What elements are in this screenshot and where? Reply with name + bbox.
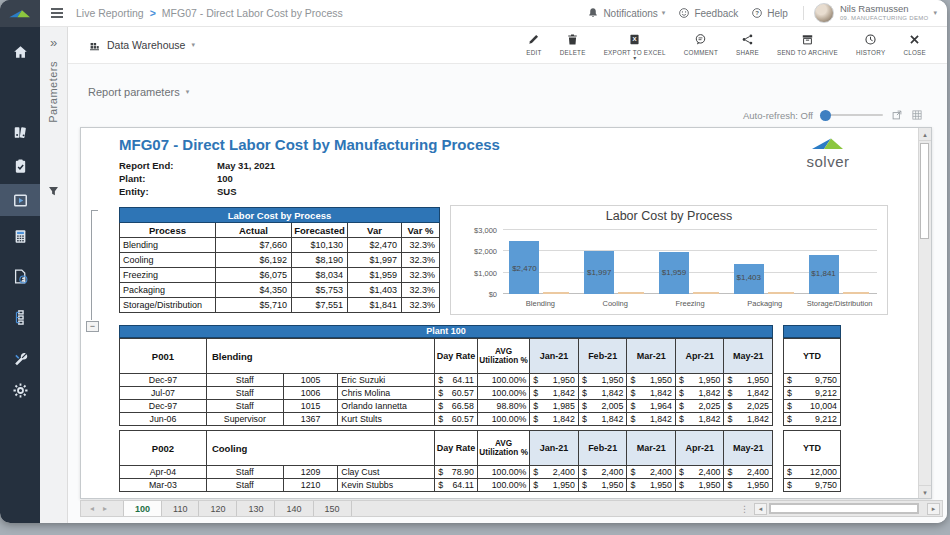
popout-icon[interactable] — [891, 109, 903, 121]
hscroll-left-button[interactable]: ◂ — [754, 503, 767, 515]
horizontal-scrollbar[interactable] — [769, 503, 919, 514]
sidebar-item-tasks[interactable] — [0, 150, 40, 182]
history-button[interactable]: HISTORY — [847, 29, 895, 62]
close-button[interactable]: CLOSE — [894, 29, 935, 62]
sidebar-item-workflow[interactable] — [0, 301, 40, 333]
sidebar-item-budgeting[interactable] — [0, 220, 40, 252]
sidebar-item-archives[interactable] — [0, 116, 40, 148]
tabs-next-button[interactable]: ▸ — [103, 504, 107, 513]
help-button[interactable]: ? Help — [751, 7, 788, 19]
share-icon — [741, 33, 754, 46]
employee-row: Jun-06Supervisor1367Kurt Stults$60.57100… — [120, 413, 773, 426]
sidebar-item-assignments[interactable] — [0, 260, 40, 292]
summary-header-row: ProcessActualForecastedVarVar % — [120, 223, 440, 238]
y-axis-tick-label: $2,000 — [455, 247, 497, 256]
export-to-excel-button[interactable]: XEXPORT TO EXCEL▾ — [595, 29, 675, 62]
month-value: $1,950 — [627, 374, 676, 387]
day-rate: $78.90 — [435, 466, 477, 479]
share-button[interactable]: SHARE — [727, 29, 768, 62]
toggle-knob[interactable] — [820, 110, 831, 121]
collapse-outline-button[interactable]: − — [86, 321, 99, 332]
report-parameters-toggle[interactable]: Report parameters ▾ — [88, 86, 189, 98]
plant-detail-table: Plant 100P001BlendingDay RateAVG Utiliza… — [119, 325, 773, 492]
breadcrumb-section[interactable]: Live Reporting — [76, 7, 144, 19]
send-to-archive-button[interactable]: SEND TO ARCHIVE — [768, 29, 847, 62]
sheet-tab-120[interactable]: 120 — [199, 501, 237, 516]
report-canvas: − MFG07 - Direct Labor Cost by Manufactu… — [80, 127, 932, 499]
meta-value: 100 — [217, 173, 233, 184]
edit-button[interactable]: EDIT — [517, 29, 550, 62]
summary-table-title: Labor Cost by Process — [120, 208, 440, 223]
history-label: HISTORY — [856, 49, 886, 56]
scrollbar-thumb[interactable] — [770, 504, 918, 513]
currency-cell: $2,400 — [724, 467, 772, 477]
app-logo[interactable] — [0, 0, 40, 27]
currency-symbol: $ — [787, 401, 792, 411]
close-icon — [908, 33, 921, 46]
svg-text:?: ? — [755, 10, 759, 16]
currency-cell: $2,400 — [627, 467, 675, 477]
user-name: Nils Rasmussen — [840, 4, 929, 15]
cell: 32.3% — [402, 238, 440, 253]
feedback-label: Feedback — [694, 8, 738, 19]
sheet-tab-140[interactable]: 140 — [275, 501, 313, 516]
currency-symbol: $ — [727, 467, 732, 477]
month-value: $1,950 — [675, 479, 724, 492]
sheet-tab-110[interactable]: 110 — [162, 501, 199, 516]
month-value: $1,950 — [675, 374, 724, 387]
currency-symbol: $ — [630, 414, 635, 424]
currency-cell: $9,750 — [784, 480, 840, 490]
binders-icon — [12, 124, 29, 141]
month-column-header: Jan-21 — [530, 431, 579, 466]
sheet-tab-100[interactable]: 100 — [123, 501, 162, 516]
comment-icon — [694, 33, 707, 46]
amount: 1,950 — [650, 480, 672, 490]
scroll-down-icon[interactable]: ▾ — [919, 485, 931, 498]
x-axis-label: Blending — [503, 299, 578, 311]
parameters-panel-collapsed[interactable]: » Parameters — [40, 27, 68, 523]
chevron-down-icon[interactable]: ▾ — [933, 9, 937, 17]
meta-label: Entity: — [119, 186, 217, 197]
month-value: $2,400 — [724, 466, 773, 479]
x-axis-label: Cooling — [578, 299, 653, 311]
scrollbar-thumb[interactable] — [920, 143, 929, 239]
x-axis-label: Freezing — [653, 299, 728, 311]
amount: 60.57 — [452, 414, 474, 424]
sheet-tab-150[interactable]: 150 — [314, 501, 352, 516]
vertical-scrollbar[interactable]: ▴ ▾ — [918, 128, 931, 498]
ytd-value: $9,212 — [784, 413, 841, 426]
employee-row: $12,000 — [784, 466, 841, 479]
utilization: 100.00% — [477, 387, 530, 400]
ytd-section-table: YTD$9,750$9,212$10,004$9,212 — [783, 338, 841, 426]
hamburger-menu-button[interactable] — [51, 8, 63, 18]
month-value: $1,842 — [724, 387, 773, 400]
notifications-button[interactable]: Notifications ▾ — [587, 7, 665, 19]
tabs-prev-button[interactable]: ◂ — [90, 504, 94, 513]
employee-name: Kevin Stubbs — [338, 479, 435, 492]
comment-button[interactable]: COMMENT — [675, 29, 727, 62]
delete-button[interactable]: DELETE — [551, 29, 595, 62]
column-header: YTD — [784, 431, 841, 466]
y-axis-tick-label: $1,000 — [455, 268, 497, 277]
app-window: Live Reporting > MFG07 - Direct Labor Co… — [0, 0, 947, 523]
employee-row: $10,004 — [784, 400, 841, 413]
user-menu[interactable]: Nils Rasmussen 09. Manufacturing Demo — [840, 4, 929, 22]
sidebar-item-administration[interactable] — [0, 343, 40, 375]
hscroll-right-button[interactable]: ▸ — [927, 503, 940, 515]
utilization: 100.00% — [477, 466, 530, 479]
grid-view-icon[interactable] — [911, 109, 923, 121]
section-header-row: P002CoolingDay RateAVG Utilization %Jan-… — [120, 431, 773, 466]
user-avatar[interactable] — [814, 3, 834, 23]
scroll-up-icon[interactable]: ▴ — [919, 128, 931, 141]
sidebar-item-home[interactable] — [0, 36, 40, 68]
tab-options-icon[interactable]: ⋮ — [740, 504, 749, 514]
expand-panel-icon[interactable]: » — [40, 35, 67, 50]
autorefresh-toggle[interactable] — [821, 114, 883, 116]
home-icon — [12, 44, 29, 61]
feedback-button[interactable]: Feedback — [678, 7, 738, 19]
section-header-row: P001BlendingDay RateAVG Utilization %Jan… — [120, 339, 773, 374]
sidebar-item-settings[interactable] — [0, 374, 40, 406]
sidebar-item-reporting[interactable] — [0, 184, 40, 216]
data-source-selector[interactable]: Data Warehouse ▾ — [88, 39, 195, 52]
sheet-tab-130[interactable]: 130 — [237, 501, 275, 516]
